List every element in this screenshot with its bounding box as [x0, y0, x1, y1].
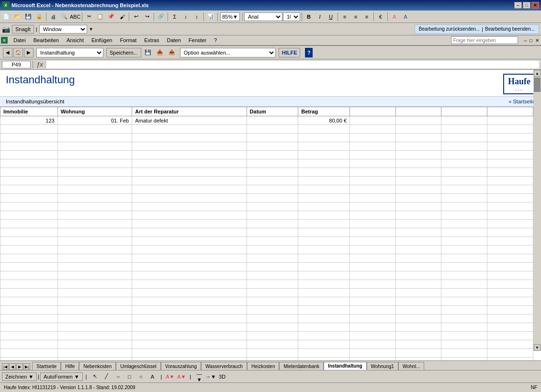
table-cell[interactable] — [298, 246, 350, 254]
table-row[interactable] — [0, 168, 533, 177]
draw-line-button[interactable]: ╱ — [101, 371, 112, 382]
table-cell[interactable] — [395, 194, 441, 202]
table-cell[interactable] — [247, 263, 298, 271]
table-cell[interactable] — [441, 254, 487, 263]
table-cell[interactable] — [57, 358, 132, 361]
haufe-sheet-select[interactable]: Instandhaltung — [36, 48, 103, 57]
table-cell[interactable] — [395, 306, 441, 314]
table-cell[interactable] — [247, 185, 298, 194]
table-cell[interactable] — [247, 116, 298, 125]
table-cell[interactable] — [298, 263, 350, 271]
table-cell[interactable] — [395, 289, 441, 297]
table-cell[interactable] — [395, 202, 441, 211]
table-cell[interactable] — [487, 125, 533, 134]
table-cell[interactable] — [132, 185, 247, 194]
nav-forward-button[interactable]: ▶ — [24, 48, 34, 57]
table-cell[interactable] — [0, 349, 58, 358]
table-cell[interactable] — [487, 211, 533, 220]
table-cell[interactable] — [350, 254, 396, 263]
autosum-button[interactable]: Σ — [169, 11, 180, 22]
table-cell[interactable] — [350, 358, 396, 361]
table-cell[interactable] — [350, 314, 396, 323]
frage-input[interactable] — [451, 36, 518, 44]
table-row[interactable] — [0, 142, 533, 151]
table-cell[interactable] — [441, 263, 487, 271]
table-cell[interactable] — [57, 228, 132, 237]
table-cell[interactable] — [247, 280, 298, 289]
table-cell[interactable]: 01. Feb — [57, 116, 132, 125]
sort-desc-button[interactable]: ↕ — [192, 11, 202, 22]
table-row[interactable] — [0, 237, 533, 246]
table-cell[interactable] — [441, 306, 487, 314]
table-cell[interactable] — [0, 134, 58, 142]
table-cell[interactable] — [487, 306, 533, 314]
table-cell[interactable] — [0, 211, 58, 220]
menu-einfuegen[interactable]: Einfügen — [88, 35, 116, 45]
table-cell[interactable] — [0, 220, 58, 228]
table-cell[interactable] — [350, 228, 396, 237]
table-cell[interactable] — [441, 116, 487, 125]
table-row[interactable] — [0, 134, 533, 142]
table-cell[interactable] — [395, 211, 441, 220]
table-cell[interactable] — [0, 246, 58, 254]
table-cell[interactable] — [57, 263, 132, 271]
table-cell[interactable] — [298, 358, 350, 361]
save-toolbar-button[interactable]: 💾 — [23, 11, 34, 22]
permission-button[interactable]: 🔒 — [34, 11, 45, 22]
table-cell[interactable] — [487, 151, 533, 159]
table-cell[interactable] — [132, 289, 247, 297]
sheet-tab-umlageschl-ssel[interactable]: Umlageschlüssel — [116, 362, 161, 370]
table-cell[interactable] — [298, 142, 350, 151]
table-cell[interactable] — [350, 211, 396, 220]
copy-button[interactable]: 📋 — [95, 11, 105, 22]
table-cell[interactable] — [0, 332, 58, 340]
table-cell[interactable] — [298, 125, 350, 134]
table-cell[interactable] — [441, 323, 487, 332]
window-select[interactable]: Window — [39, 25, 87, 34]
menu-help[interactable]: ? — [210, 35, 221, 45]
table-cell[interactable] — [132, 134, 247, 142]
table-cell[interactable] — [247, 134, 298, 142]
window-dropdown-icon[interactable]: ▼ — [89, 27, 93, 32]
table-row[interactable] — [0, 297, 533, 306]
menu-datei[interactable]: Datei — [10, 35, 30, 45]
save-icon2[interactable]: 📥 — [155, 47, 165, 58]
table-cell[interactable] — [350, 194, 396, 202]
table-cell[interactable] — [441, 194, 487, 202]
table-cell[interactable] — [0, 194, 58, 202]
table-cell[interactable] — [0, 142, 58, 151]
table-cell[interactable] — [0, 271, 58, 280]
sort-asc-button[interactable]: ↕ — [180, 11, 191, 22]
table-cell[interactable] — [132, 263, 247, 271]
table-cell[interactable] — [487, 263, 533, 271]
minimize-button[interactable]: – — [514, 2, 522, 9]
menu-ansicht[interactable]: Ansicht — [63, 35, 88, 45]
table-cell[interactable] — [350, 151, 396, 159]
table-cell[interactable] — [395, 358, 441, 361]
table-row[interactable] — [0, 263, 533, 271]
format-painter-button[interactable]: 🖌 — [117, 11, 127, 22]
table-cell[interactable]: Amatur defekt — [132, 116, 247, 125]
table-cell[interactable] — [441, 177, 487, 185]
table-cell[interactable] — [350, 202, 396, 211]
table-cell[interactable] — [132, 314, 247, 323]
table-row[interactable] — [0, 125, 533, 134]
table-cell[interactable] — [350, 332, 396, 340]
table-cell[interactable] — [395, 168, 441, 177]
table-cell[interactable] — [247, 246, 298, 254]
table-cell[interactable] — [395, 297, 441, 306]
table-cell[interactable] — [0, 228, 58, 237]
table-cell[interactable] — [132, 306, 247, 314]
table-cell[interactable] — [247, 271, 298, 280]
sheet-tab-mieterdatenbank[interactable]: Mieterdatenbank — [279, 362, 324, 370]
table-cell[interactable] — [350, 159, 396, 168]
draw-arrow-button[interactable]: → — [113, 371, 123, 382]
sheet-tab-wohnung1[interactable]: Wohnung1 — [367, 362, 398, 370]
table-cell[interactable] — [57, 297, 132, 306]
table-cell[interactable] — [247, 297, 298, 306]
table-cell[interactable] — [350, 168, 396, 177]
menu-format[interactable]: Format — [116, 35, 140, 45]
table-cell[interactable] — [487, 323, 533, 332]
menu-fenster[interactable]: Fenster — [185, 35, 210, 45]
tab-prev-button[interactable]: ◀ — [9, 363, 16, 370]
